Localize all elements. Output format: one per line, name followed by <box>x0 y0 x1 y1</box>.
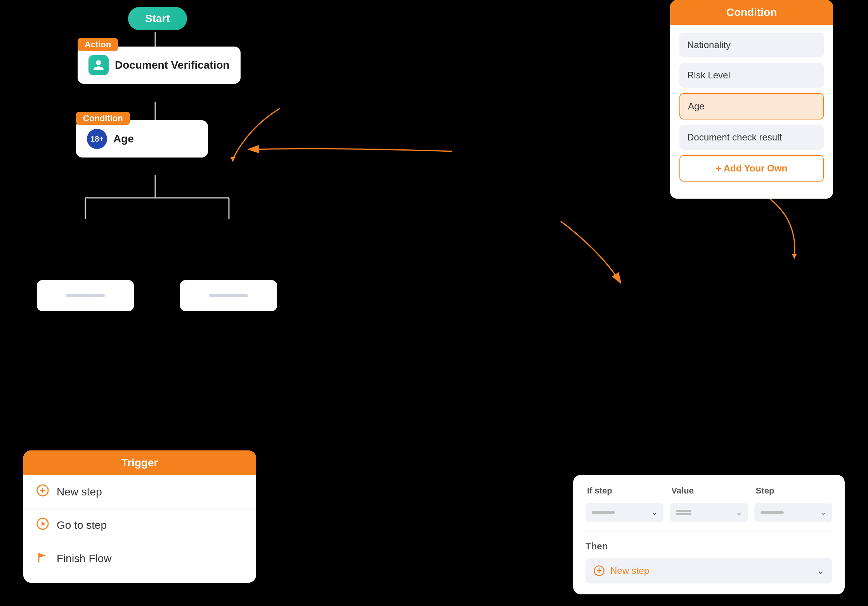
chevron-1: ⌄ <box>651 508 657 517</box>
svg-marker-11 <box>42 521 45 526</box>
then-chevron: ⌄ <box>817 565 825 576</box>
ifthen-panel: If step Value Step ⌄ ⌄ ⌄ Then <box>573 475 845 594</box>
trigger-items: New step Go to step Fini <box>23 475 256 575</box>
then-plus-icon <box>593 565 605 577</box>
action-badge: Action <box>78 38 118 51</box>
step-bar <box>761 511 784 514</box>
chevron-3: ⌄ <box>820 508 826 517</box>
value-dropdown[interactable]: ⌄ <box>670 503 748 522</box>
then-row[interactable]: New step ⌄ <box>586 558 832 583</box>
start-node: Start <box>128 7 187 30</box>
if-step-dropdown[interactable]: ⌄ <box>586 503 664 522</box>
chevron-2: ⌄ <box>736 508 742 517</box>
curved-arrow-1 <box>225 97 303 167</box>
then-left: New step <box>593 565 649 577</box>
divider <box>586 532 832 532</box>
play-icon <box>36 517 50 533</box>
trigger-item-finish[interactable]: Finish Flow <box>23 542 256 575</box>
condition-text: Age <box>113 133 134 145</box>
step-dropdown[interactable]: ⌄ <box>754 503 832 522</box>
action-card[interactable]: Action Document Verification <box>78 47 241 84</box>
if-step-label: If step <box>586 486 664 496</box>
svg-marker-16 <box>792 254 797 259</box>
branch-right <box>180 280 277 311</box>
start-label: Start <box>145 12 170 24</box>
ifthen-row: ⌄ ⌄ ⌄ <box>586 503 832 522</box>
trigger-item-goto[interactable]: Go to step <box>23 509 256 542</box>
trigger-panel-header: Trigger <box>23 450 256 475</box>
plus-circle-icon <box>36 484 50 500</box>
condition-panel: Condition Nationality Risk Level Age Doc… <box>670 0 833 199</box>
trigger-finish-label: Finish Flow <box>57 552 112 565</box>
then-item-label: New step <box>610 565 649 576</box>
step-label: Step <box>754 486 832 496</box>
action-icon <box>88 55 109 75</box>
then-label: Then <box>586 541 832 552</box>
condition-panel-header: Condition <box>670 0 833 25</box>
condition-item-age[interactable]: Age <box>679 93 824 119</box>
age-badge: 18+ <box>87 129 107 149</box>
condition-item-nationality[interactable]: Nationality <box>679 33 824 57</box>
flag-icon <box>36 551 50 566</box>
condition-item-risk[interactable]: Risk Level <box>679 63 824 88</box>
trigger-goto-label: Go to step <box>57 519 107 532</box>
branch-inner-right <box>209 294 248 297</box>
trigger-panel: Trigger New step <box>23 450 256 583</box>
condition-panel-body: Nationality Risk Level Age Document chec… <box>670 25 833 189</box>
ifthen-headers: If step Value Step <box>586 486 832 496</box>
value-bars <box>676 510 691 515</box>
trigger-item-new-step[interactable]: New step <box>23 475 256 509</box>
branch-left <box>37 280 134 311</box>
condition-item-add[interactable]: + Add Your Own <box>679 155 824 182</box>
condition-item-doc[interactable]: Document check result <box>679 125 824 150</box>
canvas: Start Action Document Verification Condi… <box>0 0 868 606</box>
value-label: Value <box>670 486 748 496</box>
action-text: Document Verification <box>115 59 230 71</box>
condition-card[interactable]: Condition 18+ Age <box>76 120 208 158</box>
condition-badge: Condition <box>76 112 130 125</box>
trigger-new-step-label: New step <box>57 486 102 498</box>
if-bar <box>592 511 615 514</box>
svg-marker-15 <box>230 157 235 162</box>
branch-inner-left <box>66 294 105 297</box>
